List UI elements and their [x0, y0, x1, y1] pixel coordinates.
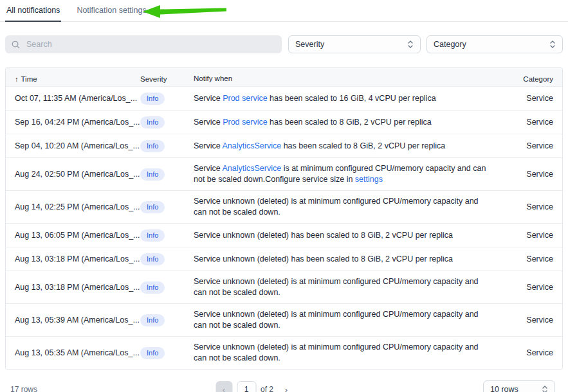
page-size-label: 10 rows — [490, 385, 518, 392]
category-select-label: Category — [434, 40, 466, 49]
notify-text: Service unknown (deleted) is at minimum … — [194, 310, 479, 330]
search-box[interactable] — [5, 35, 282, 53]
severity-badge: Info — [140, 116, 165, 129]
search-input[interactable] — [25, 39, 275, 49]
tab-all-notifications[interactable]: All notifications — [5, 0, 61, 22]
next-page-button[interactable]: › — [278, 381, 295, 392]
notify-text: has been scaled to 16 GiB, 4 vCPU per re… — [268, 94, 436, 103]
time-cell: Aug 14, 02:25 PM (America/Los_... — [6, 202, 140, 211]
notify-when-cell: Service unknown (deleted) is at minimum … — [194, 271, 488, 303]
search-icon — [12, 40, 20, 49]
table-row[interactable]: Sep 04, 10:20 AM (America/Los_...InfoSer… — [6, 134, 562, 157]
table-row[interactable]: Aug 14, 02:25 PM (America/Los_...InfoSer… — [6, 190, 562, 223]
sort-ascending-icon: ↑ — [15, 75, 19, 83]
severity-cell: Info — [140, 93, 194, 105]
chevron-updown-icon — [549, 40, 556, 49]
time-cell: Aug 13, 05:39 AM (America/Los_... — [6, 316, 140, 325]
tab-all-notifications-label: All notifications — [6, 6, 60, 15]
notify-when-cell: Service AnalyticsService has been scaled… — [194, 136, 488, 157]
severity-badge: Info — [140, 281, 165, 294]
time-cell: Oct 07, 11:35 AM (America/Los_... — [6, 94, 140, 103]
severity-select[interactable]: Severity — [288, 35, 421, 53]
severity-badge: Info — [140, 253, 165, 265]
category-cell: Service — [502, 202, 562, 211]
tab-notification-settings-label: Notification settings — [77, 6, 146, 15]
severity-cell: Info — [140, 253, 194, 265]
severity-badge: Info — [140, 347, 165, 359]
notify-text: Service unknown (deleted) has been scale… — [194, 231, 453, 240]
annotation-arrow-icon — [138, 0, 232, 22]
header-time[interactable]: ↑Time — [6, 75, 140, 83]
header-category[interactable]: Category — [502, 75, 562, 83]
header-category-label: Category — [523, 75, 553, 83]
table-row[interactable]: Aug 13, 05:35 AM (America/Los_...InfoSer… — [6, 336, 562, 369]
notify-when-cell: Service unknown (deleted) is at minimum … — [194, 191, 488, 223]
tab-notification-settings[interactable]: Notification settings — [75, 0, 147, 22]
severity-badge: Info — [140, 93, 165, 105]
notify-text: has been scaled to 8 GiB, 2 vCPU per rep… — [281, 141, 445, 150]
severity-select-label: Severity — [295, 40, 324, 49]
notify-text: Service — [194, 118, 223, 127]
page-number-input[interactable] — [237, 381, 256, 392]
severity-badge: Info — [140, 314, 165, 326]
table-header-row: ↑Time Severity Notify when Category — [6, 68, 562, 86]
time-cell: Aug 24, 02:50 PM (America/Los_... — [6, 170, 140, 179]
filter-selects: Severity Category — [288, 35, 563, 53]
table-row[interactable]: Aug 13, 05:39 AM (America/Los_...InfoSer… — [6, 303, 562, 336]
table-row[interactable]: Aug 24, 02:50 PM (America/Los_...InfoSer… — [6, 157, 562, 190]
chevron-left-icon: ‹ — [223, 385, 225, 392]
severity-badge: Info — [140, 168, 165, 181]
time-cell: Sep 04, 10:20 AM (America/Los_... — [6, 141, 140, 150]
category-select[interactable]: Category — [426, 35, 563, 53]
page-size-select[interactable]: 10 rows — [483, 380, 555, 392]
notify-when-cell: Service unknown (deleted) has been scale… — [194, 225, 488, 246]
severity-cell: Info — [140, 140, 194, 152]
table-footer: 17 rows ‹ of 2 › 10 rows — [0, 380, 568, 392]
time-cell: Aug 13, 03:18 PM (America/Los_... — [6, 283, 140, 292]
notify-link[interactable]: AnalyticsService — [222, 141, 281, 150]
header-severity-label: Severity — [140, 75, 167, 83]
header-notify-when[interactable]: Notify when — [194, 68, 488, 89]
notify-when-cell: Service unknown (deleted) has been scale… — [194, 249, 488, 270]
notify-when-cell: Service Prod service has been scaled to … — [194, 112, 488, 133]
severity-cell: Info — [140, 347, 194, 359]
table-row[interactable]: Aug 13, 03:18 PM (America/Los_...InfoSer… — [6, 271, 562, 303]
severity-cell: Info — [140, 201, 194, 213]
notify-text: has been scaled to 8 GiB, 2 vCPU per rep… — [268, 118, 432, 127]
page-total-label: of 2 — [261, 385, 273, 392]
notify-link[interactable]: AnalyticsService — [222, 164, 281, 173]
notify-when-cell: Service AnalyticsService is at minimum c… — [194, 158, 488, 190]
severity-badge: Info — [140, 229, 165, 242]
notify-text: Service — [194, 164, 222, 173]
notify-text: Service unknown (deleted) has been scale… — [194, 254, 453, 263]
severity-cell: Info — [140, 229, 194, 242]
time-cell: Aug 13, 05:35 AM (America/Los_... — [6, 348, 140, 357]
row-count-label: 17 rows — [10, 385, 37, 392]
table-row[interactable]: Sep 16, 04:24 PM (America/Los_...InfoSer… — [6, 110, 562, 134]
notify-text: Service unknown (deleted) is at minimum … — [194, 277, 479, 297]
table-row[interactable]: Oct 07, 11:35 AM (America/Los_...InfoSer… — [6, 86, 562, 110]
severity-cell: Info — [140, 314, 194, 326]
severity-cell: Info — [140, 116, 194, 129]
notify-text: Service — [194, 141, 222, 150]
previous-page-button[interactable]: ‹ — [215, 381, 232, 392]
notify-when-cell: Service Prod service has been scaled to … — [194, 88, 488, 109]
notify-when-cell: Service unknown (deleted) is at minimum … — [194, 337, 488, 369]
pagination: ‹ of 2 › — [215, 381, 295, 392]
header-severity[interactable]: Severity — [140, 75, 194, 83]
header-notify-when-label: Notify when — [194, 75, 232, 82]
table-row[interactable]: Aug 13, 06:05 PM (America/Los_...InfoSer… — [6, 223, 562, 247]
time-cell: Sep 16, 04:24 PM (America/Los_... — [6, 118, 140, 127]
notify-link[interactable]: settings — [355, 175, 383, 184]
category-cell: Service — [502, 141, 562, 150]
notify-text: Service unknown (deleted) is at minimum … — [194, 197, 479, 217]
time-cell: Aug 13, 03:18 PM (America/Los_... — [6, 254, 140, 263]
category-cell: Service — [502, 348, 562, 357]
category-cell: Service — [502, 118, 562, 127]
table-body: Oct 07, 11:35 AM (America/Los_...InfoSer… — [6, 86, 562, 369]
category-cell: Service — [502, 94, 562, 103]
notify-link[interactable]: Prod service — [223, 94, 267, 103]
notify-link[interactable]: Prod service — [223, 118, 267, 127]
chevron-updown-icon — [407, 40, 414, 49]
table-row[interactable]: Aug 13, 03:18 PM (America/Los_...InfoSer… — [6, 247, 562, 271]
